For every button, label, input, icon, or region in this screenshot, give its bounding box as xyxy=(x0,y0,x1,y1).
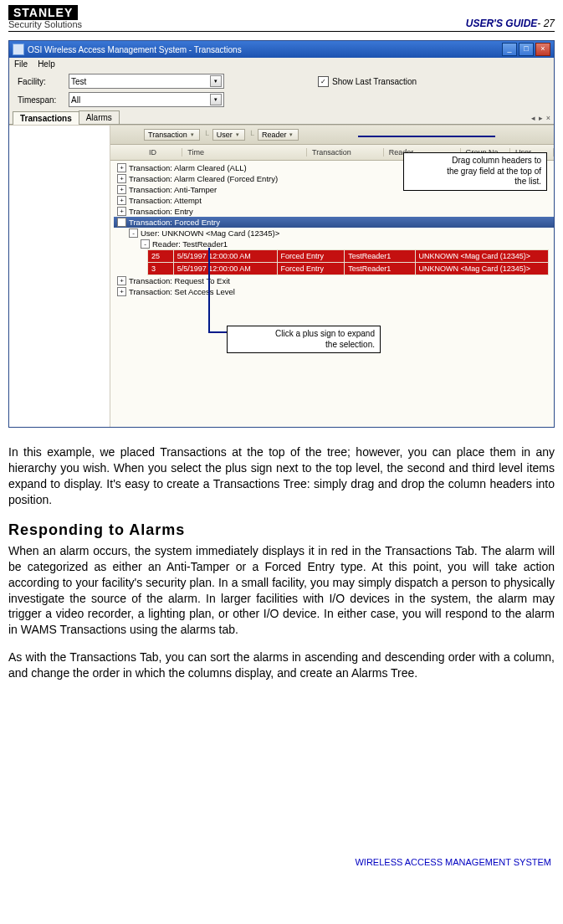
paragraph: As with the Transactions Tab, you can so… xyxy=(8,649,555,681)
page-number: - 27 xyxy=(537,18,555,29)
annotation-line xyxy=(208,248,210,331)
cell: UNKNOWN <Mag Card (12345)> xyxy=(415,250,548,263)
alarm-rows: 255/5/1997 12:00:00 AMForced EntryTestRe… xyxy=(147,249,549,275)
tree-label: Transaction: Entry xyxy=(129,207,193,216)
chevron-down-icon: ▾ xyxy=(210,94,222,105)
filter-row-facility: Facility: Test ▾ ✓ Show Last Transaction xyxy=(9,70,554,92)
facility-combo[interactable]: Test ▾ xyxy=(69,74,224,89)
close-button[interactable]: × xyxy=(535,43,550,56)
timespan-value: All xyxy=(71,95,80,105)
expand-icon[interactable]: + xyxy=(117,174,126,183)
tree-row[interactable]: -Reader: TestReader1 xyxy=(114,239,554,249)
tree-row[interactable]: +Transaction: Entry xyxy=(114,206,554,217)
tab-transactions[interactable]: Transactions xyxy=(13,111,79,125)
tree-label: Reader: TestReader1 xyxy=(152,239,228,249)
checkbox-icon: ✓ xyxy=(318,76,329,87)
expand-icon[interactable]: + xyxy=(117,276,126,285)
facility-value: Test xyxy=(71,77,86,86)
chevron-down-icon: ▾ xyxy=(236,131,239,138)
page-footer: WIRELESS ACCESS MANAGEMENT SYSTEM xyxy=(8,857,555,867)
tab-alarms[interactable]: Alarms xyxy=(79,110,120,124)
tree-label: Transaction: Request To Exit xyxy=(129,276,230,285)
tree-label: Transaction: Anti-Tamper xyxy=(129,185,217,194)
minimize-button[interactable]: _ xyxy=(502,43,517,56)
expand-icon[interactable]: + xyxy=(117,287,126,296)
cell: TestReader1 xyxy=(345,250,415,263)
tab-controls: ◂ ▸ × xyxy=(531,114,550,122)
window-buttons: _ □ × xyxy=(502,43,550,56)
tree-label: Transaction: Set Access Level xyxy=(129,287,235,296)
chevron-down-icon: ▾ xyxy=(191,131,194,138)
cell: 5/5/1997 12:00:00 AM xyxy=(173,263,277,275)
left-panel xyxy=(9,126,110,427)
column-header[interactable]: Time xyxy=(182,148,307,157)
cell: 5/5/1997 12:00:00 AM xyxy=(173,250,277,263)
tab-close-icon[interactable]: × xyxy=(546,114,550,122)
expand-icon[interactable]: + xyxy=(117,207,126,216)
collapse-icon[interactable]: - xyxy=(141,239,150,249)
expand-icon[interactable]: + xyxy=(117,163,126,172)
guide-label: USER'S GUIDE xyxy=(466,18,538,29)
cell: TestReader1 xyxy=(345,263,415,275)
tree-row[interactable]: +Transaction: Request To Exit xyxy=(114,275,554,286)
timespan-combo[interactable]: All ▾ xyxy=(69,92,224,107)
tree-row[interactable]: -User: UNKNOWN <Mag Card (12345)> xyxy=(114,228,554,239)
maximize-button[interactable]: □ xyxy=(519,43,534,56)
collapse-icon[interactable]: - xyxy=(129,228,138,238)
show-last-label: Show Last Transaction xyxy=(332,77,417,86)
tab-bar: Transactions Alarms ◂ ▸ × xyxy=(9,110,554,125)
menu-help[interactable]: Help xyxy=(38,59,55,69)
tree-row[interactable]: +Transaction: Set Access Level xyxy=(114,286,554,297)
timespan-label: Timespan: xyxy=(18,95,64,105)
tree-label: Transaction: Forced Entry xyxy=(129,218,220,227)
grid-panel: Transaction▾ └ User▾ └ Reader▾ IDTimeTra… xyxy=(110,126,554,427)
menu-bar: File Help xyxy=(9,58,554,70)
facility-label: Facility: xyxy=(18,77,64,86)
expand-icon[interactable]: + xyxy=(117,185,126,194)
paragraph: When an alarm occurs, the system immedia… xyxy=(8,543,555,638)
group-chip-user[interactable]: User▾ xyxy=(212,129,245,141)
group-chip-reader[interactable]: Reader▾ xyxy=(258,129,299,141)
column-header[interactable]: Transaction xyxy=(307,148,384,157)
cell: 3 xyxy=(148,263,174,275)
paragraph: In this example, we placed Transactions … xyxy=(8,444,555,508)
tree-row[interactable]: +Transaction: Attempt xyxy=(114,195,554,206)
menu-file[interactable]: File xyxy=(14,59,28,69)
collapse-icon[interactable]: - xyxy=(117,218,126,227)
cell: 25 xyxy=(148,250,174,263)
section-heading: Responding to Alarms xyxy=(8,520,555,540)
window-titlebar[interactable]: OSI Wireless Access Management System - … xyxy=(9,41,554,58)
filter-row-timespan: Timespan: All ▾ xyxy=(9,92,554,110)
tree-row[interactable]: -Transaction: Forced Entry xyxy=(114,217,554,228)
work-area: Transaction▾ └ User▾ └ Reader▾ IDTimeTra… xyxy=(9,125,554,427)
page-header: STANLEY Security Solutions USER'S GUIDE-… xyxy=(8,5,555,32)
cell: Forced Entry xyxy=(277,263,345,275)
callout-drag-headers: Drag column headers tothe gray field at … xyxy=(403,152,547,191)
brand-name: STANLEY xyxy=(8,5,78,20)
callout-plus-sign: Click a plus sign to expandthe selection… xyxy=(227,326,381,353)
group-chip-transaction[interactable]: Transaction▾ xyxy=(144,129,200,141)
show-last-checkbox[interactable]: ✓ Show Last Transaction xyxy=(318,76,417,87)
annotation-line xyxy=(358,136,495,137)
app-window: OSI Wireless Access Management System - … xyxy=(8,40,555,428)
chevron-down-icon: ▾ xyxy=(289,131,293,138)
app-icon xyxy=(13,44,24,55)
window-title: OSI Wireless Access Management System - … xyxy=(28,45,502,54)
tab-scroll-right-icon[interactable]: ▸ xyxy=(539,114,543,122)
tree-label: Transaction: Alarm Cleared (ALL) xyxy=(129,163,247,172)
body-text: In this example, we placed Transactions … xyxy=(8,444,555,681)
tree-label: User: UNKNOWN <Mag Card (12345)> xyxy=(141,228,279,238)
annotation-line xyxy=(208,331,227,333)
tab-scroll-left-icon[interactable]: ◂ xyxy=(531,114,535,122)
brand-logo: STANLEY Security Solutions xyxy=(8,5,82,29)
cell: Forced Entry xyxy=(277,250,345,263)
expand-icon[interactable]: + xyxy=(117,196,126,205)
cell: UNKNOWN <Mag Card (12345)> xyxy=(415,263,548,275)
chevron-down-icon: ▾ xyxy=(210,75,222,87)
header-right: USER'S GUIDE- 27 xyxy=(466,18,555,29)
column-header[interactable]: ID xyxy=(144,148,182,157)
tree-label: Transaction: Attempt xyxy=(129,196,202,205)
brand-subtitle: Security Solutions xyxy=(8,20,82,29)
tree-label: Transaction: Alarm Cleared (Forced Entry… xyxy=(129,174,278,183)
